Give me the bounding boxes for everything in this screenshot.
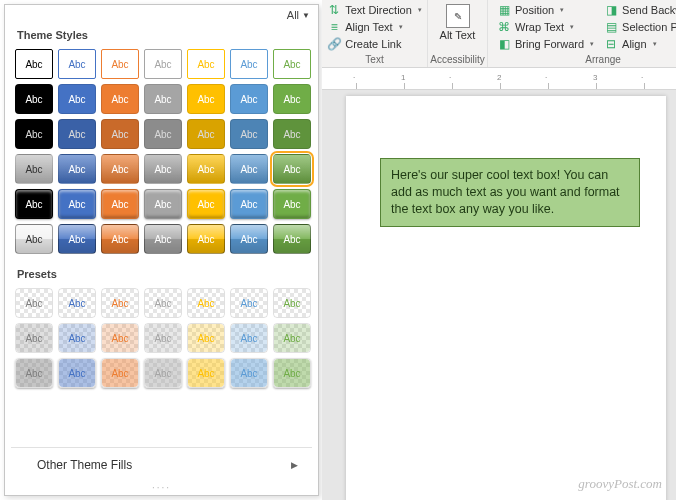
- text-box-content: Here's our super cool text box! You can …: [391, 168, 620, 216]
- preset-swatch[interactable]: Abc: [273, 323, 311, 353]
- theme-style-swatch[interactable]: Abc: [230, 119, 268, 149]
- theme-style-swatch[interactable]: Abc: [15, 84, 53, 114]
- theme-style-swatch[interactable]: Abc: [273, 49, 311, 79]
- theme-style-swatch[interactable]: Abc: [58, 154, 96, 184]
- theme-style-swatch[interactable]: Abc: [101, 189, 139, 219]
- preset-swatch[interactable]: Abc: [15, 323, 53, 353]
- theme-style-swatch[interactable]: Abc: [144, 49, 182, 79]
- preset-swatch[interactable]: Abc: [187, 358, 225, 388]
- alt-text-icon: ✎: [446, 4, 470, 28]
- theme-style-swatch[interactable]: Abc: [144, 189, 182, 219]
- text-box[interactable]: Here's our super cool text box! You can …: [380, 158, 640, 227]
- theme-style-swatch[interactable]: Abc: [58, 49, 96, 79]
- chevron-down-icon: ▾: [418, 6, 422, 14]
- theme-style-swatch[interactable]: Abc: [187, 154, 225, 184]
- theme-style-swatch[interactable]: Abc: [187, 84, 225, 114]
- theme-style-swatch[interactable]: Abc: [144, 119, 182, 149]
- preset-swatch[interactable]: Abc: [144, 288, 182, 318]
- theme-style-swatch[interactable]: Abc: [15, 154, 53, 184]
- theme-style-swatch[interactable]: Abc: [101, 224, 139, 254]
- theme-styles-heading: Theme Styles: [13, 23, 310, 47]
- theme-style-swatch[interactable]: Abc: [58, 119, 96, 149]
- preset-swatch[interactable]: Abc: [144, 358, 182, 388]
- other-theme-fills[interactable]: Other Theme Fills ▶: [5, 450, 318, 482]
- theme-style-swatch[interactable]: Abc: [101, 154, 139, 184]
- preset-swatch[interactable]: Abc: [187, 323, 225, 353]
- bring-forward-label: Bring Forward: [515, 38, 584, 50]
- ribbon: ⇅Text Direction▾ ≡Align Text▾ 🔗Create Li…: [322, 0, 676, 68]
- align-text-button[interactable]: ≡Align Text▾: [324, 19, 425, 35]
- theme-style-swatch[interactable]: Abc: [187, 49, 225, 79]
- preset-swatch[interactable]: Abc: [273, 358, 311, 388]
- send-backward-icon: ◨: [604, 3, 618, 17]
- preset-swatch[interactable]: Abc: [101, 288, 139, 318]
- preset-swatch[interactable]: Abc: [58, 358, 96, 388]
- document-page[interactable]: Here's our super cool text box! You can …: [346, 96, 666, 500]
- theme-style-swatch[interactable]: Abc: [15, 189, 53, 219]
- preset-swatch[interactable]: Abc: [101, 323, 139, 353]
- preset-swatch[interactable]: Abc: [273, 288, 311, 318]
- theme-style-swatch[interactable]: Abc: [144, 84, 182, 114]
- horizontal-ruler: · 1 · 2 · 3 ·: [322, 68, 676, 90]
- theme-style-swatch[interactable]: Abc: [273, 154, 311, 184]
- link-icon: 🔗: [327, 37, 341, 51]
- theme-style-swatch[interactable]: Abc: [15, 224, 53, 254]
- preset-swatch[interactable]: Abc: [144, 323, 182, 353]
- preset-swatch[interactable]: Abc: [58, 288, 96, 318]
- wrap-text-label: Wrap Text: [515, 21, 564, 33]
- preset-swatch[interactable]: Abc: [101, 358, 139, 388]
- theme-styles-grid: AbcAbcAbcAbcAbcAbcAbcAbcAbcAbcAbcAbcAbcA…: [13, 47, 310, 262]
- theme-style-swatch[interactable]: Abc: [230, 49, 268, 79]
- create-link-button[interactable]: 🔗Create Link: [324, 36, 425, 52]
- position-button[interactable]: ▦Position▾: [494, 2, 597, 18]
- preset-swatch[interactable]: Abc: [187, 288, 225, 318]
- chevron-down-icon: ▾: [399, 23, 403, 31]
- theme-style-swatch[interactable]: Abc: [230, 224, 268, 254]
- theme-style-swatch[interactable]: Abc: [144, 154, 182, 184]
- preset-swatch[interactable]: Abc: [230, 288, 268, 318]
- align-button[interactable]: ⊟Align▾: [601, 36, 676, 52]
- preset-swatch[interactable]: Abc: [15, 288, 53, 318]
- theme-style-swatch[interactable]: Abc: [273, 224, 311, 254]
- selection-pane-button[interactable]: ▤Selection Pane: [601, 19, 676, 35]
- theme-style-swatch[interactable]: Abc: [187, 119, 225, 149]
- theme-style-swatch[interactable]: Abc: [187, 224, 225, 254]
- theme-style-swatch[interactable]: Abc: [144, 224, 182, 254]
- ribbon-group-text-label: Text: [365, 54, 383, 67]
- theme-style-swatch[interactable]: Abc: [101, 84, 139, 114]
- theme-style-swatch[interactable]: Abc: [273, 84, 311, 114]
- resize-grip[interactable]: ∙∙∙∙: [5, 482, 318, 495]
- divider: [11, 447, 312, 448]
- theme-style-swatch[interactable]: Abc: [230, 154, 268, 184]
- preset-swatch[interactable]: Abc: [58, 323, 96, 353]
- theme-style-swatch[interactable]: Abc: [273, 119, 311, 149]
- theme-style-swatch[interactable]: Abc: [58, 224, 96, 254]
- theme-style-swatch[interactable]: Abc: [15, 49, 53, 79]
- theme-style-swatch[interactable]: Abc: [230, 84, 268, 114]
- chevron-down-icon: ▾: [590, 40, 594, 48]
- wrap-text-button[interactable]: ⌘Wrap Text▾: [494, 19, 597, 35]
- text-direction-button[interactable]: ⇅Text Direction▾: [324, 2, 425, 18]
- preset-swatch[interactable]: Abc: [15, 358, 53, 388]
- theme-style-swatch[interactable]: Abc: [101, 119, 139, 149]
- alt-text-button[interactable]: ✎ Alt Text: [436, 2, 480, 44]
- selection-pane-icon: ▤: [604, 20, 618, 34]
- theme-style-swatch[interactable]: Abc: [15, 119, 53, 149]
- theme-style-swatch[interactable]: Abc: [230, 189, 268, 219]
- theme-style-swatch[interactable]: Abc: [273, 189, 311, 219]
- selection-pane-label: Selection Pane: [622, 21, 676, 33]
- watermark: groovyPost.com: [578, 476, 662, 492]
- styles-filter-label: All: [287, 9, 299, 21]
- theme-style-swatch[interactable]: Abc: [58, 189, 96, 219]
- bring-forward-button[interactable]: ◧Bring Forward▾: [494, 36, 597, 52]
- chevron-down-icon: ▾: [570, 23, 574, 31]
- bring-forward-icon: ◧: [497, 37, 511, 51]
- preset-swatch[interactable]: Abc: [230, 358, 268, 388]
- styles-filter-all[interactable]: All ▼: [287, 9, 310, 21]
- theme-style-swatch[interactable]: Abc: [187, 189, 225, 219]
- theme-style-swatch[interactable]: Abc: [101, 49, 139, 79]
- preset-swatch[interactable]: Abc: [230, 323, 268, 353]
- theme-style-swatch[interactable]: Abc: [58, 84, 96, 114]
- wrap-text-icon: ⌘: [497, 20, 511, 34]
- send-backward-button[interactable]: ◨Send Backward▾: [601, 2, 676, 18]
